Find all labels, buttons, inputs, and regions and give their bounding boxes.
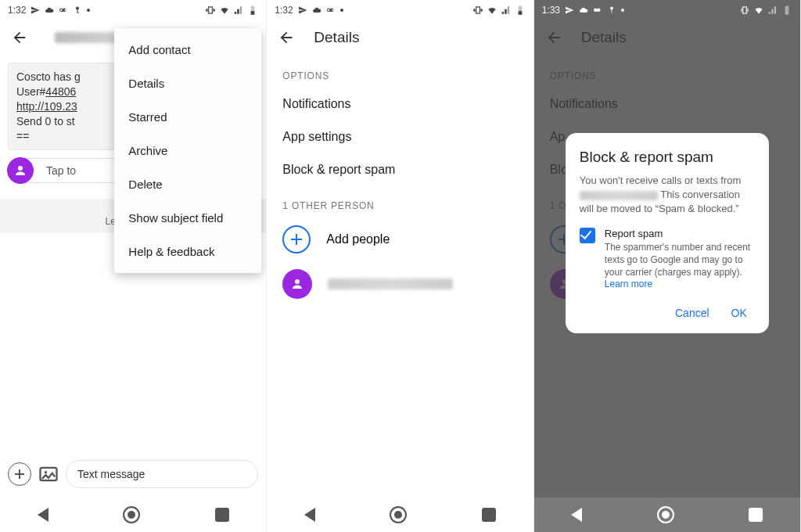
details-header: Details	[267, 19, 533, 56]
option-notifications[interactable]: Notifications	[267, 88, 533, 120]
wifi-icon	[219, 5, 230, 16]
signal-icon	[233, 5, 244, 16]
add-icon	[282, 225, 311, 253]
cloud-icon	[579, 5, 588, 15]
back-icon[interactable]	[11, 29, 28, 46]
voicemail-icon	[593, 5, 602, 15]
send-icon	[298, 5, 307, 15]
voicemail-icon	[59, 5, 68, 15]
block-report-dialog: Block & report spam You won't receive ca…	[566, 133, 769, 333]
status-time: 1:32	[8, 5, 26, 16]
wifi-icon	[753, 5, 764, 16]
cloud-icon	[45, 5, 54, 15]
nav-home-icon[interactable]	[390, 506, 407, 523]
system-nav-bar	[267, 498, 533, 532]
system-nav-bar	[0, 498, 266, 532]
send-icon	[565, 5, 574, 15]
svg-point-10	[610, 7, 613, 10]
menu-item-starred[interactable]: Starred	[114, 100, 261, 134]
screen-3-block-dialog: 1:33 Details OPTIONS Notifications Ap Bl…	[534, 0, 801, 532]
avatar-icon	[282, 269, 312, 299]
more-indicator-icon	[621, 9, 624, 12]
nav-back-icon[interactable]	[38, 508, 48, 522]
menu-item-archive[interactable]: Archive	[114, 134, 261, 167]
svg-rect-11	[612, 9, 612, 13]
vibrate-icon	[205, 5, 216, 16]
ok-button[interactable]: OK	[731, 307, 747, 319]
page-title: Details	[314, 29, 359, 46]
signal-icon	[767, 5, 778, 16]
status-bar: 1:32	[0, 0, 266, 19]
svg-point-5	[45, 471, 48, 474]
nav-recent-icon[interactable]	[749, 508, 763, 522]
key-icon	[607, 5, 616, 15]
learn-more-link[interactable]: Learn more	[605, 279, 755, 289]
option-app-settings[interactable]: App settings	[267, 120, 533, 153]
report-spam-row[interactable]: Report spam The spammer's number and rec…	[580, 228, 755, 290]
svg-point-0	[76, 7, 79, 10]
nav-home-icon[interactable]	[657, 506, 674, 523]
add-people-label: Add people	[326, 232, 390, 246]
nav-recent-icon[interactable]	[482, 508, 496, 522]
vibrate-icon	[472, 5, 483, 16]
person-row[interactable]	[267, 261, 533, 307]
tap-pill-label: Tap to	[46, 164, 76, 177]
status-bar: 1:32	[267, 0, 533, 19]
attach-button[interactable]	[8, 462, 31, 486]
svg-point-6	[295, 279, 300, 284]
send-icon	[31, 5, 40, 15]
nav-recent-icon[interactable]	[215, 508, 229, 522]
menu-item-add-contact[interactable]: Add contact	[114, 33, 261, 66]
battery-icon	[515, 5, 526, 16]
cloud-icon	[312, 5, 321, 15]
signal-icon	[501, 5, 512, 16]
vibrate-icon	[739, 5, 750, 16]
more-indicator-icon	[340, 9, 343, 12]
screen-1-conversation: 1:32 Coscto has g User#44806 http://109.…	[0, 0, 267, 532]
nav-home-icon[interactable]	[123, 506, 140, 523]
section-other-person-label: 1 OTHER PERSON	[267, 186, 533, 217]
dialog-number-redacted	[580, 191, 658, 200]
wifi-icon	[487, 5, 497, 16]
nav-back-icon[interactable]	[571, 508, 582, 522]
screen-2-details: 1:32 Details OPTIONS Notifications App s…	[267, 0, 533, 532]
dialog-actions: Cancel OK	[580, 289, 755, 327]
add-people-row[interactable]: Add people	[267, 217, 533, 261]
more-indicator-icon	[87, 9, 90, 12]
compose-placeholder: Text message	[77, 468, 145, 480]
nav-back-icon[interactable]	[304, 508, 315, 522]
battery-icon	[781, 5, 792, 16]
status-time: 1:32	[275, 5, 293, 16]
report-spam-description: The spammer's number and recent texts go…	[605, 241, 755, 279]
status-bar-overlay: 1:33	[534, 0, 800, 19]
report-spam-label: Report spam	[605, 228, 755, 239]
report-spam-checkbox[interactable]	[580, 228, 595, 243]
compose-input[interactable]: Text message	[66, 460, 258, 488]
menu-item-subject-field[interactable]: Show subject field	[114, 201, 261, 235]
dialog-title: Block & report spam	[580, 149, 755, 166]
svg-rect-2	[77, 13, 80, 13]
back-icon[interactable]	[278, 29, 295, 46]
dialog-body: You won't receive calls or texts from Th…	[580, 174, 755, 217]
cancel-button[interactable]: Cancel	[675, 307, 709, 319]
key-icon	[73, 5, 82, 15]
menu-item-help-feedback[interactable]: Help & feedback	[114, 235, 261, 268]
voicemail-icon	[326, 5, 336, 15]
battery-icon	[247, 5, 258, 16]
section-options-label: OPTIONS	[267, 56, 533, 88]
menu-item-delete[interactable]: Delete	[114, 167, 261, 201]
msg-link[interactable]: http://109.23	[16, 100, 77, 113]
option-block-report-spam[interactable]: Block & report spam	[267, 153, 533, 186]
compose-row: Text message	[0, 455, 266, 494]
avatar-icon	[7, 157, 34, 184]
menu-item-details[interactable]: Details	[114, 66, 261, 100]
msg-link[interactable]: 44806	[45, 85, 76, 98]
person-name-redacted	[328, 279, 453, 289]
svg-point-3	[18, 166, 23, 171]
overflow-menu: Add contact Details Starred Archive Dele…	[114, 28, 261, 273]
system-nav-bar	[534, 498, 800, 532]
status-time: 1:33	[542, 5, 560, 16]
gallery-icon[interactable]	[38, 463, 59, 485]
